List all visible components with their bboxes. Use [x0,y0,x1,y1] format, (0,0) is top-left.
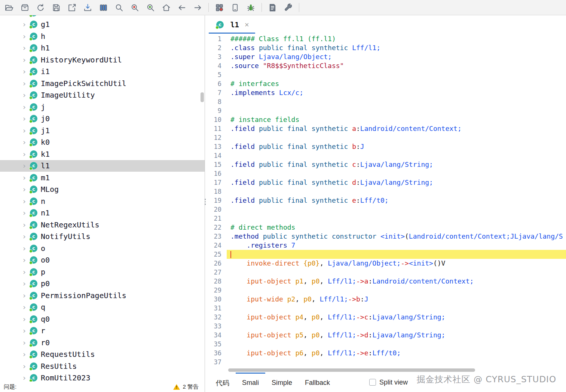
tree-item-p[interactable]: ›cp [0,266,205,278]
grid-red-icon[interactable] [212,1,226,13]
save-icon[interactable] [49,1,63,13]
chevron-right-icon[interactable]: › [19,221,29,229]
chevron-right-icon[interactable]: › [19,315,29,323]
chevron-right-icon[interactable]: › [19,68,29,75]
chevron-right-icon[interactable]: › [19,103,29,111]
tree-scrollbar-thumb[interactable] [201,92,204,102]
export-icon[interactable] [65,1,79,13]
tree-item-q[interactable]: ›cq [0,301,205,313]
chevron-right-icon[interactable]: › [19,162,29,169]
split-view-control[interactable]: Split view [369,373,408,392]
code-token [275,89,279,97]
chevron-right-icon[interactable]: › [19,115,29,122]
document-icon[interactable] [266,1,279,13]
tree-item-o0[interactable]: ›co0 [0,254,205,266]
tree-item-NotifyUtils[interactable]: ›cNotifyUtils [0,231,205,243]
chevron-right-icon[interactable]: › [19,21,29,28]
view-tab-smali[interactable]: Smali [236,373,265,392]
chevron-right-icon[interactable]: › [19,374,29,382]
chevron-right-icon[interactable]: › [19,233,29,240]
import-icon[interactable] [81,1,95,13]
chevron-right-icon[interactable]: › [19,127,29,134]
green-bug-icon[interactable] [244,1,258,13]
home-icon[interactable] [159,1,173,13]
chevron-right-icon[interactable]: › [19,150,29,158]
tree-item-ResUtils[interactable]: ›cResUtils [0,360,205,372]
code-token: p4 [295,313,303,321]
tree-item-j[interactable]: ›cj [0,101,205,113]
tree-item-r0[interactable]: ›cr0 [0,337,205,349]
tree-item-k1[interactable]: ›ck1 [0,148,205,160]
tree-item-j0[interactable]: ›cj0 [0,113,205,125]
tree-item-RomUtil2023[interactable]: ›cRomUtil2023 [0,372,205,382]
tree-item-NetRegexUtils[interactable]: ›cNetRegexUtils [0,219,205,231]
arrow-right-icon[interactable] [191,1,205,13]
tree-item-j1[interactable]: ›cj1 [0,125,205,137]
blue-columns-icon[interactable] [97,1,110,13]
archive-box-icon[interactable] [18,1,32,13]
code-line-content [227,250,566,259]
chevron-right-icon[interactable]: › [19,280,29,287]
tree-item-i1[interactable]: ›ci1 [0,66,205,78]
tree-item-PermissionPageUtils[interactable]: ›cPermissionPageUtils [0,290,205,301]
chevron-right-icon[interactable]: › [19,186,29,193]
view-tab-fallback[interactable]: Fallback [299,373,336,392]
chevron-right-icon[interactable]: › [19,303,29,311]
view-tab-simple[interactable]: Simple [265,373,299,392]
chevron-right-icon[interactable]: › [19,256,29,264]
split-view-checkbox[interactable] [369,379,376,386]
tree-item-q0[interactable]: ›cq0 [0,313,205,325]
tree-item-h[interactable]: ›ch [0,30,205,42]
editor-tab-l1[interactable]: c l1 × [209,15,255,34]
wrench-icon[interactable] [281,1,295,13]
magnifier-icon[interactable] [112,1,126,13]
tree-item-ImagePickSwitchUtil[interactable]: ›cImagePickSwitchUtil [0,77,205,89]
tree-item-h1[interactable]: ›ch1 [0,42,205,54]
editor-hscrollbar[interactable] [205,368,566,373]
chevron-right-icon[interactable]: › [19,56,29,64]
chevron-right-icon[interactable]: › [19,91,29,99]
chevron-right-icon[interactable]: › [19,80,29,87]
tree-item-n1[interactable]: ›cn1 [0,207,205,219]
tree-item-p0[interactable]: ›cp0 [0,278,205,290]
chevron-right-icon[interactable]: › [19,245,29,252]
tree-item-MLog[interactable]: ›cMLog [0,184,205,196]
folder-open-icon[interactable] [2,1,16,13]
splitter-handle[interactable] [204,199,207,205]
chevron-right-icon[interactable]: › [19,339,29,346]
tree-item-k0[interactable]: ›ck0 [0,137,205,148]
chevron-right-icon[interactable]: › [19,174,29,181]
tree-item-r[interactable]: ›cr [0,325,205,337]
tree-item-HistoryKeywordUtil[interactable]: ›cHistoryKeywordUtil [0,54,205,66]
tree-item-m1[interactable]: ›cm1 [0,172,205,184]
chevron-right-icon[interactable]: › [19,138,29,146]
tree-item-o[interactable]: ›co [0,242,205,254]
smali-code-editor[interactable]: 1###### Class ff.l1 (ff.l1)2.class publi… [205,34,566,368]
view-tab-code[interactable]: 代码 [209,373,236,392]
chevron-right-icon[interactable]: › [19,292,29,299]
chevron-right-icon[interactable]: › [19,44,29,52]
tree-item-l1[interactable]: ›cl1 [0,160,205,172]
chevron-right-icon[interactable]: › [19,350,29,358]
chevron-right-icon[interactable]: › [19,362,29,370]
reload-icon[interactable] [34,1,48,13]
magnifier-green-icon[interactable] [144,1,157,13]
tree-item-n[interactable]: ›cn [0,195,205,207]
blue-device-icon[interactable] [228,1,242,13]
tree-item-RequestUtils[interactable]: ›cRequestUtils [0,349,205,361]
chevron-right-icon[interactable]: › [19,197,29,205]
chevron-right-icon[interactable]: › [19,33,29,40]
chevron-right-icon[interactable]: › [19,15,29,16]
chevron-right-icon[interactable]: › [19,209,29,217]
chevron-right-icon[interactable]: › [19,268,29,276]
class-tree[interactable]: ›c›cg1›ch›ch1›cHistoryKeywordUtil›ci1›cI… [0,15,205,382]
magnifier-red-icon[interactable] [128,1,142,13]
tree-item-clipped[interactable]: ›c [0,15,205,19]
chevron-right-icon[interactable]: › [19,327,29,334]
editor-hscrollbar-thumb[interactable] [228,368,475,372]
tree-item-g1[interactable]: ›cg1 [0,19,205,31]
tree-item-ImageUtility[interactable]: ›cImageUtility [0,89,205,101]
arrow-left-icon[interactable] [175,1,189,13]
warnings-summary[interactable]: 2 警告 [173,383,199,391]
tab-close-icon[interactable]: × [245,21,249,28]
